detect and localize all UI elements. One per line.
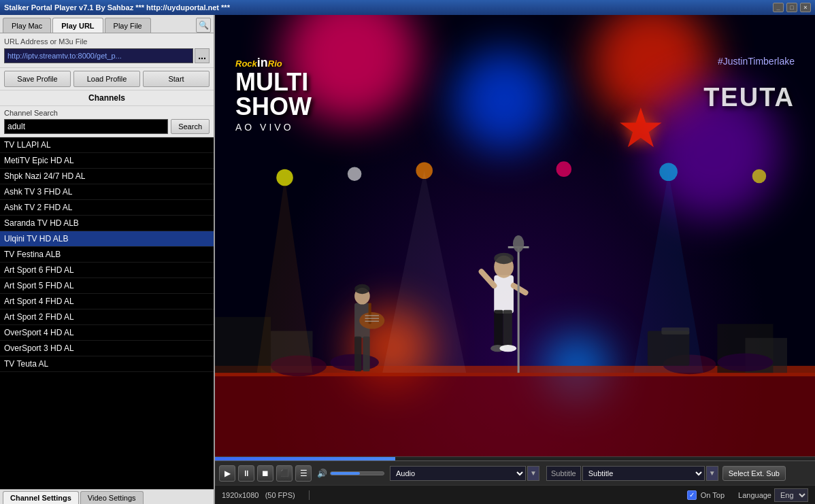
svg-point-24	[354, 284, 370, 294]
start-button[interactable]: Start	[143, 71, 210, 87]
divider	[309, 490, 310, 500]
url-dots-button[interactable]: ...	[195, 48, 210, 63]
resolution-text: 1920x1080	[222, 491, 259, 499]
hashtag-text: #JustinTimberlake	[718, 56, 795, 67]
url-input[interactable]	[4, 48, 193, 63]
audio-dropdown-button[interactable]: ▼	[527, 466, 539, 481]
svg-rect-0	[215, 373, 815, 456]
url-row: ...	[4, 48, 210, 63]
search-icon-btn[interactable]: 🔍	[196, 18, 211, 33]
audio-dropdown-container: Audio ▼	[390, 466, 539, 481]
channel-list-item[interactable]: Art Sport 2 FHD AL	[0, 309, 214, 325]
volume-icon: 🔊	[317, 469, 327, 478]
channel-list-item[interactable]: TV Festina ALB	[0, 247, 214, 263]
search-input[interactable]	[4, 119, 168, 134]
playlist-button[interactable]: ☰	[295, 465, 312, 482]
svg-rect-13	[494, 310, 503, 348]
channel-list-item[interactable]: Ashk TV 3 FHD AL	[0, 184, 214, 200]
maximize-button[interactable]: □	[786, 3, 797, 12]
subtitle-toggle-icon: ⬛	[280, 469, 288, 477]
controls-bar: ▶ ⏸ ⏹ ⬛ ☰ 🔊 Audio ▼ Subt	[215, 460, 815, 485]
channel-list-item[interactable]: TV Teuta AL	[0, 356, 214, 372]
resolution-info: 1920x1080 (50 FPS)	[222, 491, 295, 499]
on-top-checkbox[interactable]: ✓	[687, 490, 697, 500]
svg-marker-38	[257, 178, 313, 373]
channel-list-item[interactable]: Art Sport 6 FHD AL	[0, 263, 214, 278]
svg-point-9	[717, 353, 773, 371]
channel-list-item[interactable]: TV LLAPI AL	[0, 137, 214, 153]
channel-list-item[interactable]: Art Sport 5 FHD AL	[0, 278, 214, 294]
channel-list-item[interactable]: Saranda TV HD ALB	[0, 216, 214, 231]
svg-point-33	[348, 167, 362, 181]
playlist-icon: ☰	[300, 469, 307, 478]
volume-slider-container: 🔊	[317, 469, 384, 478]
svg-point-19	[513, 235, 524, 252]
channel-list-item[interactable]: OverSport 4 HD AL	[0, 325, 214, 341]
play-button[interactable]: ▶	[219, 465, 235, 482]
title-bar: Stalker Portal Player v7.1 By Sahbaz ***…	[0, 0, 815, 15]
channel-list-item[interactable]: Art Sport 4 FHD AL	[0, 294, 214, 309]
tab-channel-settings[interactable]: Channel Settings	[3, 491, 79, 504]
right-panel: RockinRio MULTISHOW AO VIVO #JustinTimbe…	[215, 15, 815, 504]
svg-point-37	[752, 169, 767, 183]
svg-point-21	[499, 345, 516, 352]
svg-rect-10	[494, 275, 514, 313]
channel-list-item[interactable]: MetiTV Epic HD AL	[0, 153, 214, 169]
tab-play-mac[interactable]: Play Mac	[3, 18, 51, 33]
svg-rect-41	[648, 331, 690, 365]
fps-text: (50 FPS)	[265, 491, 295, 499]
load-profile-button[interactable]: Load Profile	[73, 71, 140, 87]
svg-point-12	[494, 253, 514, 264]
select-ext-sub-button[interactable]: Select Ext. Sub	[722, 466, 786, 481]
subtitle-select[interactable]: Subtitle	[582, 466, 705, 481]
channel-list-item[interactable]: OverSport 3 HD AL	[0, 341, 214, 356]
pause-button[interactable]: ⏸	[238, 465, 254, 482]
search-label: Channel Search	[4, 109, 210, 117]
app-title: Stalker Portal Player v7.1 By Sahbaz ***…	[4, 3, 773, 12]
tab-bar: Play Mac Play URL Play File 🔍	[0, 15, 214, 33]
language-container: Language Eng	[738, 488, 808, 502]
subtitle-toggle-button[interactable]: ⬛	[276, 465, 293, 482]
save-profile-button[interactable]: Save Profile	[4, 71, 71, 87]
channels-header: Channels	[0, 90, 214, 106]
audio-select[interactable]: Audio	[390, 466, 526, 481]
svg-point-27	[359, 312, 384, 329]
left-panel: Play Mac Play URL Play File 🔍 URL Addres…	[0, 15, 215, 504]
subtitle-container: Subtitle Subtitle ▼ Select Ext. Sub	[546, 466, 786, 481]
svg-rect-14	[503, 310, 512, 348]
main-layout: Play Mac Play URL Play File 🔍 URL Addres…	[0, 15, 815, 504]
tab-play-url[interactable]: Play URL	[52, 18, 103, 33]
channel-list-item[interactable]: Ashk TV 2 FHD AL	[0, 200, 214, 216]
search-section: Channel Search Search	[0, 106, 214, 137]
profile-row: Save Profile Load Profile Start	[0, 68, 214, 90]
window-controls: _ □ ×	[773, 3, 811, 12]
volume-fill	[331, 472, 360, 475]
bottom-tabs: Channel Settings Video Settings	[0, 489, 214, 504]
tab-play-file[interactable]: Play File	[105, 18, 151, 33]
svg-point-35	[556, 161, 572, 177]
language-label: Language	[738, 491, 771, 499]
volume-slider[interactable]	[330, 471, 384, 475]
subtitle-label: Subtitle	[546, 466, 581, 481]
stage-scene	[215, 103, 815, 456]
search-button[interactable]: Search	[171, 119, 210, 134]
svg-rect-25	[354, 337, 361, 371]
subtitle-dropdown-button[interactable]: ▼	[706, 466, 718, 481]
search-row: Search	[4, 119, 210, 134]
on-top-container: ✓ On Top	[687, 490, 725, 500]
url-section: URL Address or M3u File ...	[0, 33, 214, 68]
channel-list-container[interactable]: TV LLAPI ALMetiTV Epic HD ALShpk Nazi 24…	[0, 137, 214, 489]
video-area: RockinRio MULTISHOW AO VIVO #JustinTimbe…	[215, 15, 815, 456]
minimize-button[interactable]: _	[773, 3, 784, 12]
status-bar: 1920x1080 (50 FPS) ✓ On Top Language Eng	[215, 485, 815, 504]
svg-marker-39	[382, 171, 466, 373]
stop-button[interactable]: ⏹	[257, 465, 273, 482]
url-label: URL Address or M3u File	[4, 37, 210, 46]
language-select[interactable]: Eng	[774, 488, 808, 502]
close-button[interactable]: ×	[800, 3, 811, 12]
svg-line-15	[482, 271, 494, 286]
video-background: RockinRio MULTISHOW AO VIVO #JustinTimbe…	[215, 15, 815, 456]
tab-video-settings[interactable]: Video Settings	[80, 491, 144, 504]
channel-list-item[interactable]: Ulqini TV HD ALB	[0, 231, 214, 247]
channel-list-item[interactable]: Shpk Nazi 24/7 HD AL	[0, 169, 214, 184]
